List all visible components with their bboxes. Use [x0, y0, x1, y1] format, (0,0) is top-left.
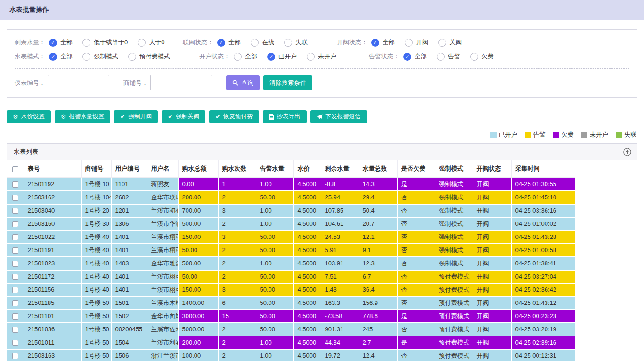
action-button-label: 水价设置 [21, 113, 45, 121]
cell-alarm-volume: 50.00 [256, 323, 293, 336]
row-checkbox[interactable] [12, 287, 18, 293]
row-checkbox[interactable] [12, 300, 18, 306]
cell-user-name: 蒋照友 [147, 178, 178, 191]
radio-option-account-status-1[interactable]: ✓已开户 [267, 52, 297, 61]
cell-total-volume: 14.3 [359, 178, 397, 191]
cell-is-arrears: 否 [397, 323, 435, 336]
cell-mode: 强制模式 [435, 244, 473, 257]
cell-purchase-count: 2 [218, 349, 256, 361]
row-checkbox[interactable] [12, 353, 18, 359]
cell-user-no: 2602 [111, 191, 147, 204]
cell-total-volume: 36.4 [359, 283, 397, 296]
cell-user-no: 1502 [111, 310, 147, 323]
row-checkbox[interactable] [12, 340, 18, 346]
cell-valve-status: 开阀 [473, 310, 511, 323]
cell-collect-time: 04-25 01:00:02 [511, 217, 575, 230]
radio-option-network-status-1[interactable]: 在线 [251, 38, 274, 47]
action-button-force-close-valve[interactable]: ✔强制关阀 [162, 110, 205, 123]
cell-purchase-total: 5000.00 [178, 323, 218, 336]
clear-search-button[interactable]: 清除搜索条件 [263, 75, 312, 90]
column-header-user-no: 用户编号 [111, 160, 147, 178]
filter-row-2: 水表模式：✓全部强制模式预付费模式开户状态：全部✓已开户未开户告警状态：✓全部告… [15, 49, 629, 64]
cell-is-arrears: 是 [397, 178, 435, 191]
row-checkbox[interactable] [12, 208, 18, 214]
meter-no-input[interactable] [48, 75, 109, 90]
radio-unchecked-icon [251, 39, 259, 47]
radio-option-account-status-0[interactable]: 全部 [234, 52, 257, 61]
radio-option-meter-mode-2[interactable]: 预付费模式 [128, 52, 170, 61]
radio-option-remaining-water-0[interactable]: ✓全部 [49, 38, 73, 47]
action-button-label: 恢复预付费 [223, 113, 253, 121]
legend-label: 已开户 [499, 131, 517, 139]
column-header-total-volume: 水量总数 [359, 160, 397, 178]
cell-purchase-total: 150.00 [178, 283, 218, 296]
radio-checked-icon: ✓ [267, 53, 275, 61]
cell-remaining-volume: 104.61 [321, 217, 359, 230]
action-button-meter-reading-export[interactable]: 抄表导出 [263, 110, 307, 123]
search-button[interactable]: 查询 [226, 75, 260, 90]
radio-option-valve-status-2[interactable]: 关阀 [438, 38, 462, 47]
filter-group-label: 水表模式： [15, 52, 45, 61]
radio-option-valve-status-1[interactable]: 开阀 [405, 38, 428, 47]
table-row: 215010111号楼 501504兰溪市利宾200.0021.004.5000… [7, 336, 575, 349]
filter-group-alarm-status: 告警状态：✓全部告警欠费 [369, 52, 504, 61]
radio-option-meter-mode-0[interactable]: ✓全部 [49, 52, 73, 61]
radio-option-remaining-water-2[interactable]: 大于0 [138, 38, 164, 47]
radio-option-network-status-2[interactable]: 失联 [284, 38, 308, 47]
action-button-restore-prepaid[interactable]: ✔恢复预付费 [209, 110, 259, 123]
row-checkbox[interactable] [12, 181, 18, 188]
action-button-water-price-settings[interactable]: ⚙水价设置 [7, 110, 51, 123]
table-row: 215011851号楼 501501兰溪市木榕1400.00650.004.50… [7, 296, 575, 310]
radio-option-alarm-status-1[interactable]: 告警 [437, 52, 460, 61]
action-button-force-open-valve[interactable]: ✔强制开阀 [114, 110, 158, 123]
radio-option-meter-mode-1[interactable]: 强制模式 [82, 52, 118, 61]
cell-price: 4.5000 [293, 270, 321, 283]
action-button-label: 下发报警短信 [326, 113, 361, 121]
action-button-send-alarm-sms[interactable]: 下发报警短信 [310, 110, 367, 123]
shop-no-input[interactable] [150, 75, 212, 90]
cell-total-volume: 245 [359, 323, 397, 336]
cell-alarm-volume: 1.00 [256, 336, 293, 349]
row-checkbox[interactable] [12, 261, 18, 267]
cell-collect-time: 04-25 03:20:19 [511, 323, 575, 336]
cell-purchase-total: 0.00 [178, 178, 218, 191]
radio-option-alarm-status-0[interactable]: ✓全部 [403, 52, 427, 61]
cell-remaining-volume: 901.31 [321, 323, 359, 336]
row-checkbox[interactable] [12, 274, 18, 280]
row-checkbox[interactable] [12, 234, 18, 240]
radio-option-network-status-0[interactable]: ✓全部 [217, 38, 241, 47]
cell-remaining-volume: -73.58 [321, 310, 359, 323]
radio-option-label: 全部 [415, 52, 427, 61]
cell-user-no: 1306 [111, 217, 147, 230]
cell-remaining-volume: 44.34 [321, 336, 359, 349]
cell-meter-no: 21501172 [24, 270, 81, 283]
radio-option-remaining-water-1[interactable]: 低于或等于0 [82, 38, 128, 47]
row-checkbox[interactable] [12, 195, 18, 201]
row-checkbox[interactable] [12, 313, 18, 320]
cell-collect-time: 04-25 02:36:42 [511, 283, 575, 296]
radio-option-valve-status-0[interactable]: ✓全部 [371, 38, 395, 47]
cell-purchase-count: 6 [218, 296, 256, 310]
radio-option-alarm-status-2[interactable]: 欠费 [470, 52, 494, 61]
legend-item-open-account: 已开户 [490, 131, 517, 139]
cell-mode: 强制模式 [435, 204, 473, 217]
meter-table: 表号商铺号用户编号用户名购水总额购水次数告警水量水价剩余水量水量总数是否欠费强制… [7, 160, 575, 361]
table-row: 215031621号楼 1042602金华市联瑞200.00250.004.50… [7, 191, 575, 204]
cell-is-arrears: 否 [397, 204, 435, 217]
row-checkbox-cell [7, 257, 24, 270]
table-row: 215011921号楼 101101蒋照友0.0011.004.5000-8.8… [7, 178, 575, 191]
action-button-alarm-volume-settings[interactable]: ⚙报警水量设置 [55, 110, 111, 123]
radio-option-label: 失联 [295, 38, 308, 47]
radio-unchecked-icon [437, 53, 445, 61]
cell-total-volume: 20.7 [359, 217, 397, 230]
row-checkbox[interactable] [12, 221, 18, 227]
row-checkbox[interactable] [12, 327, 18, 333]
actions-toolbar: ⚙水价设置⚙报警水量设置✔强制开阀✔强制关阀✔恢复预付费抄表导出下发报警短信 [7, 110, 637, 123]
radio-option-account-status-2[interactable]: 未开户 [307, 52, 336, 61]
cell-user-name: 兰溪市栩可 [147, 283, 178, 296]
select-all-checkbox[interactable] [12, 166, 18, 172]
cell-price: 4.5000 [293, 257, 321, 270]
table-row: 215010361号楼 5000200455兰溪市佐禾5000.00250.00… [7, 323, 575, 336]
row-checkbox[interactable] [12, 247, 18, 254]
collapse-up-icon[interactable] [623, 148, 631, 157]
